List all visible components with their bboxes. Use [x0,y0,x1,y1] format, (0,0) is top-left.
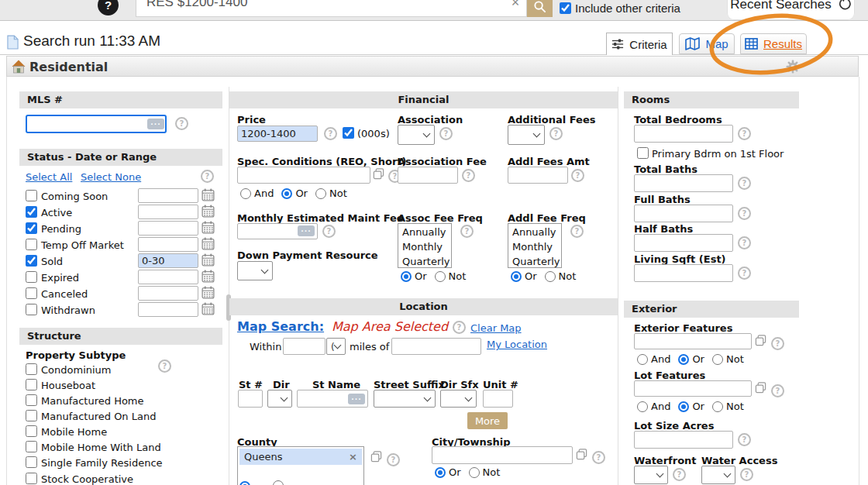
lot-features-input[interactable] [634,380,752,397]
subtype-mobile-home-with-land-checkbox[interactable] [26,441,37,452]
exterior-not-radio[interactable] [712,354,723,365]
water-access-select[interactable] [701,466,735,484]
status-withdrawn-checkbox[interactable] [26,304,37,315]
addl-freq-option-annually[interactable]: Annually [512,225,557,239]
my-location-link[interactable]: My Location [487,339,547,350]
lot-features-multi-select-icon[interactable] [755,382,766,394]
exterior-and-radio[interactable] [637,354,648,365]
miles-of-address-input[interactable] [391,338,481,355]
primary-bdrm-checkbox[interactable] [637,147,649,159]
assoc-freq-or-radio[interactable] [401,271,412,282]
status-sold-checkbox[interactable] [26,255,37,267]
dir-select[interactable] [267,390,292,408]
lot-size-acres-help-icon[interactable] [738,433,751,446]
addl-freq-option-quarterly[interactable]: Quarterly [512,254,557,269]
addl-fees-amt-input[interactable] [508,167,568,184]
clear-map-link[interactable]: Clear Map [470,322,522,334]
status-pending-date[interactable] [138,221,198,236]
addl-fees-amt-help-icon[interactable] [571,169,584,182]
calendar-icon[interactable] [202,205,215,218]
city-not-radio[interactable] [469,467,480,478]
status-help-icon[interactable] [201,170,214,183]
thousands-checkbox[interactable] [343,127,354,139]
calendar-icon[interactable] [202,302,215,315]
addl-fee-freq-help-icon[interactable] [570,225,584,238]
calendar-icon[interactable] [202,286,215,299]
full-baths-help-icon[interactable] [738,207,751,220]
living-sqft-help-icon[interactable] [738,267,751,280]
subtype-manufactured-on-land-checkbox[interactable] [26,410,37,421]
exterior-or-radio[interactable] [678,354,689,365]
clear-search-icon[interactable] [505,0,526,11]
mls-picker-button[interactable] [147,119,164,129]
assoc-fee-freq-listbox[interactable]: Annually Monthly Quarterly [398,223,452,268]
map-search-link[interactable]: Map Search: [237,319,324,334]
total-bedrooms-input[interactable] [634,125,733,143]
association-help-icon[interactable] [439,127,453,140]
addl-freq-or-radio[interactable] [511,271,522,282]
half-baths-input[interactable] [634,234,733,252]
status-coming-soon-date[interactable] [138,188,198,203]
county-listbox[interactable]: Queens [237,446,364,485]
subtype-manufactured-home-checkbox[interactable] [26,394,37,406]
status-active-checkbox[interactable] [26,206,37,218]
more-button[interactable]: More [467,412,508,429]
lot-size-acres-input[interactable] [634,431,733,449]
addl-fee-freq-listbox[interactable]: Annually Monthly Quarterly [508,223,562,268]
status-pending-checkbox[interactable] [26,222,37,234]
help-icon[interactable]: ? [98,0,119,15]
exterior-features-multi-select-icon[interactable] [755,335,766,346]
quick-search-input[interactable] [136,0,505,10]
status-sold-date[interactable] [138,253,198,268]
status-canceled-date[interactable] [138,286,198,301]
association-fee-input[interactable] [398,167,458,184]
select-none-link[interactable]: Select None [81,171,141,183]
subtype-single-family-checkbox[interactable] [26,456,37,468]
status-coming-soon-checkbox[interactable] [26,190,37,201]
st-num-input[interactable] [238,390,263,408]
addl-freq-option-monthly[interactable]: Monthly [512,239,557,254]
living-sqft-input[interactable] [634,264,733,282]
price-help-icon[interactable] [324,127,337,140]
recent-searches-button[interactable]: Recent Searches [727,0,855,20]
city-or-radio[interactable] [435,467,446,478]
multi-select-icon[interactable] [373,168,384,180]
assoc-freq-option-quarterly[interactable]: Quarterly [402,254,447,269]
tab-criteria[interactable]: Criteria [606,33,673,55]
assoc-freq-option-monthly[interactable]: Monthly [402,239,447,254]
search-button[interactable] [527,0,553,17]
city-help-icon[interactable] [592,451,605,464]
county-selected-chip[interactable]: Queens [239,449,362,465]
spec-conditions-input[interactable] [237,167,370,184]
status-expired-checkbox[interactable] [26,271,37,283]
subtype-mobile-home-checkbox[interactable] [26,425,37,437]
county-help-icon[interactable] [387,453,400,466]
calendar-icon[interactable] [202,221,215,234]
subtype-stock-cooperative-checkbox[interactable] [26,473,37,484]
total-baths-help-icon[interactable] [738,177,751,190]
spec-and-radio[interactable] [240,188,251,199]
price-input[interactable] [237,126,318,142]
spec-or-radio[interactable] [281,188,292,199]
half-baths-help-icon[interactable] [738,236,751,249]
lot-features-help-icon[interactable] [771,384,784,397]
st-name-picker-button[interactable] [348,394,365,404]
addl-freq-not-radio[interactable] [545,271,556,282]
select-all-link[interactable]: Select All [26,171,72,183]
tab-map[interactable]: Map [679,33,735,54]
lot-not-radio[interactable] [712,401,723,412]
subtype-condominium-checkbox[interactable] [26,363,37,375]
full-baths-input[interactable] [634,205,733,222]
property-subtype-help-icon[interactable] [158,359,171,373]
within-unit-select[interactable]: ( [326,338,346,355]
within-distance-input[interactable] [283,338,326,355]
assoc-freq-not-radio[interactable] [435,271,446,282]
assoc-freq-option-annually[interactable]: Annually [402,225,447,239]
mls-number-input[interactable] [26,115,167,133]
calendar-icon[interactable] [202,270,215,283]
total-bedrooms-help-icon[interactable] [738,127,751,140]
status-canceled-checkbox[interactable] [26,287,37,299]
calendar-icon[interactable] [202,253,215,267]
status-temp-off-checkbox[interactable] [26,239,37,250]
status-expired-date[interactable] [138,270,198,284]
